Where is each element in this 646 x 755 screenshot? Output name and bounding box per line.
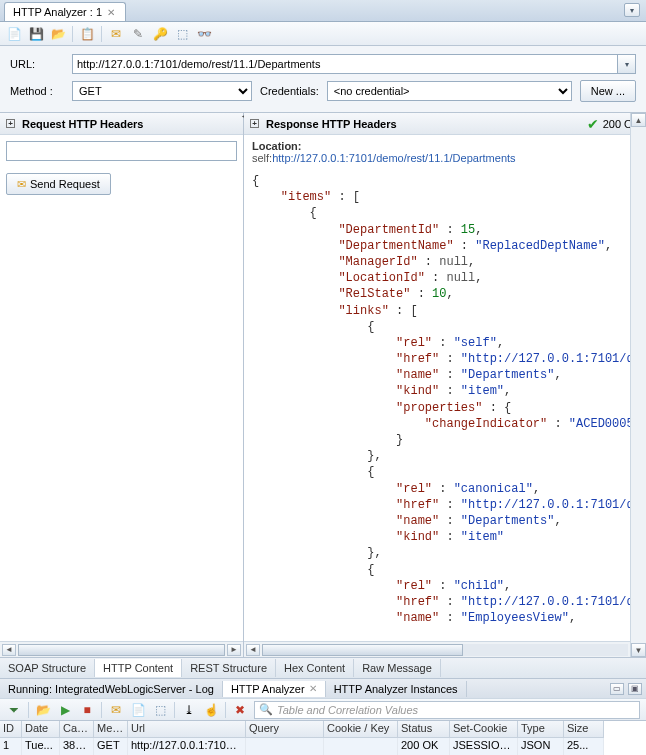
tab-soap-structure[interactable]: SOAP Structure xyxy=(0,659,95,677)
send-request-button[interactable]: ✉ Send Request xyxy=(6,173,111,195)
scroll-right-icon[interactable]: ► xyxy=(227,644,241,656)
log-tab-strip: Running: IntegratedWebLogicServer - Log … xyxy=(0,678,646,698)
col-query[interactable]: Query xyxy=(246,721,324,738)
request-header-input[interactable] xyxy=(6,141,237,161)
scroll-down-icon[interactable]: ▼ xyxy=(631,643,646,657)
status-ok-icon: ✔ xyxy=(587,116,599,132)
col-cookie[interactable]: Cookie / Key xyxy=(324,721,398,738)
response-hscroll[interactable]: ◄ ► xyxy=(244,641,646,657)
copy-icon[interactable]: 📋 xyxy=(79,26,95,42)
tab-http-analyzer-1[interactable]: HTTP Analyzer : 1 ✕ xyxy=(4,2,126,21)
toolbar-separator xyxy=(101,26,102,42)
mail-icon: ✉ xyxy=(17,178,26,191)
ws-icon[interactable]: ⬚ xyxy=(152,702,168,718)
request-hscroll[interactable]: ◄ ► xyxy=(0,641,243,657)
close-icon[interactable]: ✕ xyxy=(107,7,115,18)
clear-icon[interactable]: ✖ xyxy=(232,702,248,718)
request-config-area: URL: ▾ Method : GET Credentials: <no cre… xyxy=(0,46,646,113)
close-icon[interactable]: ✕ xyxy=(309,683,317,694)
log-tab-running-server[interactable]: Running: IntegratedWebLogicServer - Log xyxy=(0,681,223,697)
col-type[interactable]: Type xyxy=(518,721,564,738)
transactions-table: ID Date Call... Met... Url Query Cookie … xyxy=(0,720,646,755)
run-icon[interactable]: ▶ xyxy=(57,702,73,718)
split-panes: ◄ + Request HTTP Headers ✉ Send Request … xyxy=(0,113,646,657)
col-method[interactable]: Met... xyxy=(94,721,128,738)
log-tab-analyzer-instances[interactable]: HTTP Analyzer Instances xyxy=(326,681,467,697)
tab-raw-message[interactable]: Raw Message xyxy=(354,659,441,677)
credentials-select[interactable]: <no credential> xyxy=(327,81,572,101)
credentials-label: Credentials: xyxy=(260,85,319,97)
tab-hex-content[interactable]: Hex Content xyxy=(276,659,354,677)
resend-icon[interactable]: ✉ xyxy=(108,702,124,718)
expand-icon[interactable]: + xyxy=(250,119,259,128)
log-toolbar: ⏷ 📂 ▶ ■ ✉ 📄 ⬚ ⤓ ☝ ✖ 🔍 Table and Correlat… xyxy=(0,698,646,720)
view-tabs: SOAP Structure HTTP Content REST Structu… xyxy=(0,657,646,678)
tab-http-content[interactable]: HTTP Content xyxy=(95,659,182,677)
log-minimize-icon[interactable]: ▭ xyxy=(610,683,624,695)
tab-title: HTTP Analyzer : 1 xyxy=(13,6,102,18)
main-toolbar: 📄 💾 📂 📋 ✉ ✎ 🔑 ⬚ 👓 xyxy=(0,22,646,46)
method-label: Method : xyxy=(10,85,64,97)
url-label: URL: xyxy=(10,58,64,70)
scroll-up-icon[interactable]: ▲ xyxy=(631,113,646,127)
new-button[interactable]: New ... xyxy=(580,80,636,102)
request-header: + Request HTTP Headers xyxy=(0,113,243,135)
table-row[interactable]: 1 Tue... 386... GET http://127.0.0.1:710… xyxy=(0,738,646,755)
response-header-title: Response HTTP Headers xyxy=(266,118,397,130)
select-icon[interactable]: ☝ xyxy=(203,702,219,718)
binoculars-icon[interactable]: 👓 xyxy=(196,26,212,42)
scroll-left-icon[interactable]: ◄ xyxy=(2,644,16,656)
stop-icon[interactable]: ■ xyxy=(79,702,95,718)
col-size[interactable]: Size xyxy=(564,721,604,738)
col-id[interactable]: ID xyxy=(0,721,22,738)
credentials-icon[interactable]: 🔑 xyxy=(152,26,168,42)
log-tab-http-analyzer[interactable]: HTTP Analyzer ✕ xyxy=(223,681,326,697)
self-link[interactable]: http://127.0.0.1:7101/demo/rest/11.1/Dep… xyxy=(272,152,515,164)
new-page-icon[interactable]: 📄 xyxy=(130,702,146,718)
request-header-title: Request HTTP Headers xyxy=(22,118,143,130)
toolbar-separator xyxy=(72,26,73,42)
log-search-placeholder: Table and Correlation Values xyxy=(277,704,418,716)
tab-list-dropdown[interactable]: ▾ xyxy=(624,3,640,17)
expand-icon[interactable]: + xyxy=(6,119,15,128)
col-call[interactable]: Call... xyxy=(60,721,94,738)
tab-rest-structure[interactable]: REST Structure xyxy=(182,659,276,677)
col-setcookie[interactable]: Set-Cookie xyxy=(450,721,518,738)
method-select[interactable]: GET xyxy=(72,81,252,101)
open-folder-icon[interactable]: 📂 xyxy=(35,702,51,718)
panes-vscroll[interactable]: ▲ ▼ xyxy=(630,113,646,657)
ws-test-icon[interactable]: ⬚ xyxy=(174,26,190,42)
self-label: self: xyxy=(252,152,272,164)
table-header-row: ID Date Call... Met... Url Query Cookie … xyxy=(0,721,646,738)
url-dropdown-button[interactable]: ▾ xyxy=(618,54,636,74)
response-body-json[interactable]: { "items" : [ { "DepartmentId" : 15, "De… xyxy=(244,169,646,641)
search-icon: 🔍 xyxy=(259,703,273,716)
document-tab-bar: HTTP Analyzer : 1 ✕ ▾ xyxy=(0,0,646,22)
save-icon[interactable]: 💾 xyxy=(28,26,44,42)
response-meta: Location: self:http://127.0.0.1:7101/dem… xyxy=(244,135,646,169)
col-url[interactable]: Url xyxy=(128,721,246,738)
col-status[interactable]: Status xyxy=(398,721,450,738)
log-search-field[interactable]: 🔍 Table and Correlation Values xyxy=(254,701,640,719)
open-icon[interactable]: 📂 xyxy=(50,26,66,42)
location-label: Location: xyxy=(252,140,302,152)
new-request-icon[interactable]: 📄 xyxy=(6,26,22,42)
url-input[interactable] xyxy=(72,54,618,74)
save-wsdl-icon[interactable]: ⤓ xyxy=(181,702,197,718)
scroll-left-icon[interactable]: ◄ xyxy=(246,644,260,656)
log-maximize-icon[interactable]: ▣ xyxy=(628,683,642,695)
col-date[interactable]: Date xyxy=(22,721,60,738)
request-pane: + Request HTTP Headers ✉ Send Request ◄ … xyxy=(0,113,244,657)
response-pane: + Response HTTP Headers ✔ 200 OK Locatio… xyxy=(244,113,646,657)
response-header: + Response HTTP Headers ✔ 200 OK xyxy=(244,113,646,135)
filter-icon[interactable]: ⏷ xyxy=(6,702,22,718)
edit-icon[interactable]: ✎ xyxy=(130,26,146,42)
send-icon[interactable]: ✉ xyxy=(108,26,124,42)
